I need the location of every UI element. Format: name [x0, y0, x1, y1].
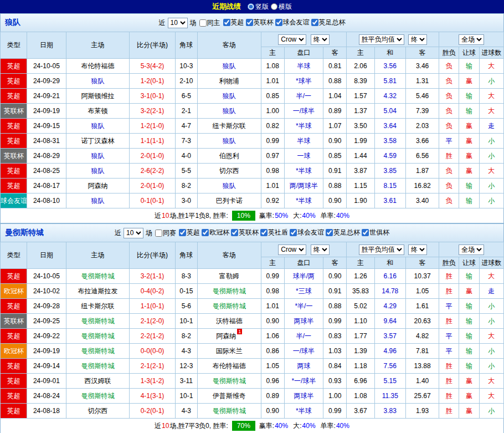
- euro-company-select[interactable]: 胜平负均值: [359, 34, 404, 45]
- near-label: 近: [159, 18, 166, 28]
- match-score: 3-1(0-1): [130, 89, 175, 104]
- avg-draw-odds: 5.15: [374, 374, 405, 389]
- league-filter-checkbox[interactable]: [202, 229, 209, 236]
- same-filter[interactable]: 同赛: [155, 228, 176, 238]
- league-filter[interactable]: 英社盾: [260, 228, 288, 237]
- page-title: 近期战绩: [212, 2, 241, 12]
- matches-table-wolves: 类型 日期 主场 比分(半场) 角球 客场 Crow 终 胜平负均值 终 全场 …: [0, 32, 504, 208]
- league-filter-label: 欧冠杯: [209, 228, 229, 237]
- result-wdl: 胜: [439, 269, 459, 284]
- league-filter-checkbox[interactable]: [246, 19, 253, 26]
- league-filter[interactable]: 世俱杯: [362, 228, 389, 237]
- league-filter-checkbox[interactable]: [326, 229, 333, 236]
- match-score: 2-1(2-1): [130, 359, 175, 374]
- horizontal-radio[interactable]: [271, 3, 277, 10]
- col-asian-away: 客: [323, 47, 347, 59]
- away-team: 狼队: [197, 104, 261, 119]
- league-filter[interactable]: 英联杯: [246, 18, 274, 27]
- result-handicap: 赢: [459, 374, 479, 389]
- avg-home-odds: 3.87: [347, 164, 374, 179]
- avg-home-odds: 1.57: [347, 89, 374, 104]
- red-card-badge: 1: [237, 329, 242, 334]
- league-filter[interactable]: 英足总杯: [311, 18, 346, 27]
- asian-handicap: *三球: [284, 284, 323, 299]
- league-filter-checkbox[interactable]: [290, 229, 297, 236]
- asian-handicap: 半/一: [284, 89, 323, 104]
- filters-bar: 近 10 场 同主 英超英联杯球会友谊英足总杯: [159, 18, 346, 28]
- match-date: 24-09-29: [27, 74, 66, 89]
- result-wdl: 胜: [439, 314, 459, 329]
- asian-company-select[interactable]: Crow: [278, 34, 306, 45]
- euro-time-select[interactable]: 终: [408, 244, 427, 255]
- result-wdl: 胜: [439, 149, 459, 164]
- avg-home-odds: 1.18: [347, 359, 374, 374]
- asian-time-select[interactable]: 终: [311, 34, 330, 45]
- match-row: 英超24-09-15狼队1-2(1-0)4-7纽卡斯尔联0.82*半球1.073…: [1, 119, 504, 134]
- asian-away-odds: 0.84: [323, 359, 347, 374]
- euro-odds-group: 胜平负均值 终: [347, 242, 439, 257]
- same-filter-checkbox[interactable]: [155, 230, 162, 237]
- asian-home-odds: 0.99: [261, 134, 284, 149]
- league-filter-checkbox[interactable]: [275, 19, 282, 26]
- asian-company-select[interactable]: Crow: [278, 244, 306, 255]
- league-filter-checkbox[interactable]: [179, 229, 186, 236]
- col-home: 主场: [66, 242, 130, 269]
- result-wdl: 负: [439, 164, 459, 179]
- matches-body: 英超24-10-05布伦特福德5-3(4-2)10-3狼队1.08半球0.812…: [1, 59, 504, 208]
- avg-home-odds: 1.37: [347, 104, 374, 119]
- league-filter-checkbox[interactable]: [260, 229, 268, 236]
- match-score: 2-6(2-2): [130, 164, 175, 179]
- summary-record: 场,胜7平3负0, 胜率:: [169, 421, 228, 431]
- corner-score: 4-7: [175, 119, 197, 134]
- match-count-select[interactable]: 10: [124, 228, 143, 238]
- matches-label: 场: [146, 228, 152, 238]
- col-type: 类型: [1, 242, 27, 269]
- scope-select[interactable]: 全场: [459, 244, 484, 255]
- league-filter[interactable]: 英超: [179, 228, 200, 237]
- same-filter[interactable]: 同主: [199, 18, 220, 28]
- league-filter[interactable]: 欧冠杯: [202, 228, 229, 237]
- col-goals: 进球数: [479, 257, 503, 269]
- league-filter-checkbox[interactable]: [362, 229, 369, 236]
- big-rate-label: 大:: [293, 211, 301, 221]
- asian-away-odds: 0.85: [323, 149, 347, 164]
- result-goals: 小: [479, 359, 503, 374]
- corner-score: 3-11: [175, 374, 197, 389]
- league-filter-checkbox[interactable]: [231, 229, 238, 236]
- league-badge: 英联杯: [1, 314, 27, 329]
- home-team: 布拉迪斯拉发: [66, 284, 130, 299]
- asian-time-select[interactable]: 终: [311, 244, 330, 255]
- match-count-select[interactable]: 10: [168, 18, 188, 28]
- handicap-rate-label: 赢率:: [259, 211, 274, 221]
- match-score: 1-3(1-2): [130, 374, 175, 389]
- result-wdl: 负: [439, 193, 459, 208]
- league-filter[interactable]: 英足总杯: [326, 228, 360, 237]
- same-filter-checkbox[interactable]: [199, 19, 207, 27]
- league-filter[interactable]: 球会友谊: [275, 18, 310, 27]
- layout-vertical-option[interactable]: 竖版: [248, 2, 269, 12]
- asian-home-odds: 0.99: [261, 269, 284, 284]
- summary-near: 近: [155, 421, 161, 431]
- col-asian-home: 主: [261, 257, 284, 269]
- league-filter[interactable]: 英超: [223, 18, 244, 27]
- match-date: 24-10-05: [27, 269, 66, 284]
- league-filter-checkbox[interactable]: [223, 19, 230, 26]
- result-wdl: 胜: [439, 404, 459, 419]
- asian-away-odds: 1.04: [323, 89, 347, 104]
- match-score: 2-1(2-0): [130, 314, 175, 329]
- euro-company-select[interactable]: 胜平负均值: [359, 244, 404, 255]
- avg-draw-odds: 3.58: [374, 134, 405, 149]
- home-team: 纽卡斯尔联: [66, 299, 130, 314]
- euro-time-select[interactable]: 终: [408, 34, 427, 45]
- league-filter[interactable]: 英联杯: [231, 228, 259, 237]
- asian-home-odds: 0.86: [261, 344, 284, 359]
- league-filter[interactable]: 球会友谊: [290, 228, 324, 237]
- scope-select[interactable]: 全场: [459, 34, 484, 45]
- summary-count: 10: [162, 422, 169, 430]
- asian-away-odds: 0.91: [323, 284, 347, 299]
- layout-horizontal-option[interactable]: 横版: [271, 2, 292, 12]
- match-row: 英联杯24-09-25曼彻斯特城2-1(2-0)10-1沃特福德0.90两球半0…: [1, 314, 504, 329]
- avg-home-odds: 8.39: [347, 74, 374, 89]
- league-filter-checkbox[interactable]: [311, 19, 318, 26]
- vertical-radio[interactable]: [248, 3, 254, 10]
